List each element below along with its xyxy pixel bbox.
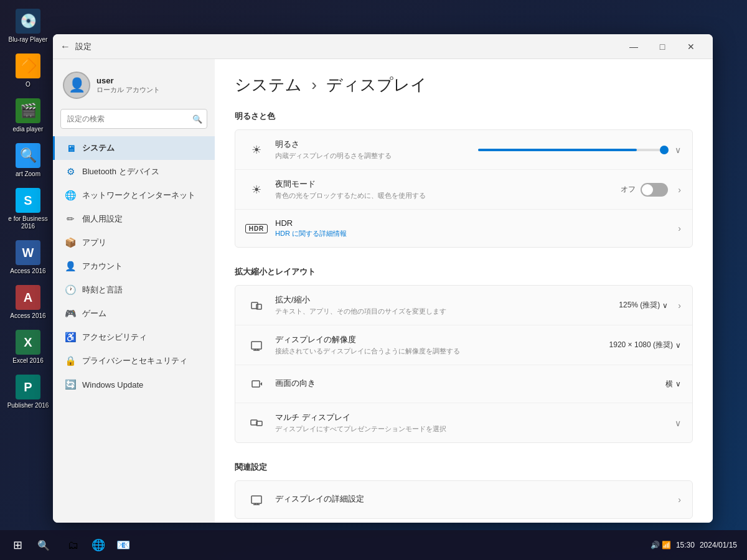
word-label: Access 2016 <box>10 268 45 275</box>
desktop-icon-skype[interactable]: S e for Business 2016 <box>2 184 54 234</box>
hdr-link[interactable]: HDR に関する詳細情報 <box>275 230 347 237</box>
user-avatar[interactable]: 👤 <box>63 72 90 99</box>
nav-item-bluetooth[interactable]: ⚙ Bluetooth とデバイス <box>53 160 215 184</box>
nav-label-apps: アプリ <box>82 237 106 248</box>
nav-item-time[interactable]: 🕐 時刻と言語 <box>53 278 215 302</box>
bluray-label: Blu-ray Player <box>9 36 48 44</box>
search-box: 🔍 <box>60 109 207 129</box>
minimize-button[interactable]: — <box>619 34 648 59</box>
vlc-icon: 🔶 <box>16 54 40 78</box>
hdr-chevron: › <box>678 223 681 233</box>
skype-label: e for Business 2016 <box>5 215 51 230</box>
search-input[interactable] <box>60 109 207 129</box>
media-icon: 🎬 <box>16 98 40 123</box>
orientation-value[interactable]: 横 ∨ <box>665 379 681 390</box>
brightness-subtitle: 内蔵ディスプレイの明るさを調整する <box>275 151 478 161</box>
nav-item-update[interactable]: 🔄 Windows Update <box>53 373 215 396</box>
related-display-chevron: › <box>678 495 681 505</box>
nav-label-privacy: プライバシーとセキュリティ <box>82 355 187 366</box>
desktop-icon-media[interactable]: 🎬 edia player <box>2 95 54 137</box>
user-name: user <box>96 76 160 85</box>
nightmode-row[interactable]: ☀ 夜間モード 青色の光をブロックするために、暖色を使用する オフ › <box>235 170 692 210</box>
orientation-row[interactable]: 画面の向き 横 ∨ <box>235 365 692 403</box>
user-section: 👤 user ローカル アカウント <box>53 67 215 109</box>
brightness-slider-thumb[interactable] <box>660 146 669 154</box>
orientation-dropdown-arrow: ∨ <box>675 380 681 388</box>
desktop-icon-excel[interactable]: X Excel 2016 <box>2 326 54 368</box>
scale-icon <box>247 296 266 315</box>
desktop-icon-publisher[interactable]: P Publisher 2016 <box>2 371 54 413</box>
taskbar-search-button[interactable]: 🔍 <box>32 534 55 556</box>
page-breadcrumb: システム › ディスプレイ <box>235 74 693 96</box>
hdr-control: › <box>673 223 681 233</box>
related-display-control: › <box>673 495 681 505</box>
apps-nav-icon: 📦 <box>65 237 76 248</box>
taskbar-icon-2[interactable]: 🌐 <box>87 534 110 556</box>
nav-item-personalize[interactable]: ✏ 個人用設定 <box>53 207 215 231</box>
desktop-icon-bluray[interactable]: 💿 Blu-ray Player <box>2 5 54 47</box>
network-nav-icon: 🌐 <box>65 190 76 201</box>
nav-item-apps[interactable]: 📦 アプリ <box>53 231 215 254</box>
nav-label-gaming: ゲーム <box>82 308 106 319</box>
section-layout-header: 拡大縮小とレイアウト <box>235 266 693 278</box>
main-content: システム › ディスプレイ 明るさと色 ☀ 明るさ 内蔵ディスプレイの明るさを調… <box>215 59 713 523</box>
maximize-button[interactable]: □ <box>648 34 677 59</box>
gaming-nav-icon: 🎮 <box>65 308 76 319</box>
desktop-icon-access[interactable]: A Access 2016 <box>2 281 54 324</box>
nightmode-subtitle: 青色の光をブロックするために、暖色を使用する <box>275 191 621 200</box>
bluray-icon: 💿 <box>16 9 40 34</box>
scale-content: 拡大/縮小 テキスト、アプリ、その他の項目のサイズを変更します <box>275 294 619 316</box>
hdr-badge: HDR <box>245 224 268 233</box>
close-button[interactable]: ✕ <box>677 34 705 59</box>
access-icon: A <box>16 285 40 310</box>
window-body: 👤 user ローカル アカウント 🔍 🖥 システム <box>53 59 713 523</box>
related-display-row[interactable]: ディスプレイの詳細設定 › <box>235 481 692 518</box>
hdr-row[interactable]: HDR HDR HDR に関する詳細情報 › <box>235 210 692 247</box>
resolution-row[interactable]: ディスプレイの解像度 接続されているディスプレイに合うように解像度を調整する 1… <box>235 325 692 365</box>
nav-item-gaming[interactable]: 🎮 ゲーム <box>53 302 215 325</box>
nav-label-personalize: 個人用設定 <box>82 213 123 225</box>
nightmode-title: 夜間モード <box>275 179 621 190</box>
start-button[interactable]: ⊞ <box>5 533 30 558</box>
back-button[interactable]: ← <box>60 41 70 52</box>
desktop-icon-vlc[interactable]: 🔶 O <box>2 50 54 92</box>
nav-label-network: ネットワークとインターネット <box>82 190 195 201</box>
brightness-slider-track[interactable] <box>478 149 665 151</box>
taskbar-icon-1[interactable]: 🗂 <box>62 534 85 556</box>
zoom-icon: 🔍 <box>16 143 40 168</box>
multi-display-row[interactable]: マルチ ディスプレイ ディスプレイにすべてプレゼンテーションモードを選択 ∨ <box>235 403 692 442</box>
brightness-color-card: ☀ 明るさ 内蔵ディスプレイの明るさを調整する ∨ <box>235 129 693 248</box>
nav-item-network[interactable]: 🌐 ネットワークとインターネット <box>53 184 215 207</box>
brightness-row[interactable]: ☀ 明るさ 内蔵ディスプレイの明るさを調整する ∨ <box>235 130 692 170</box>
window-title: 設定 <box>75 41 92 52</box>
taskbar-icon-3[interactable]: 📧 <box>112 534 134 556</box>
taskbar-date: 2024/01/15 <box>700 541 737 549</box>
desktop-icon-zoom[interactable]: 🔍 art Zoom <box>2 139 54 182</box>
desktop-icon-word[interactable]: W Access 2016 <box>2 236 54 279</box>
nav-item-system[interactable]: 🖥 システム <box>53 136 215 160</box>
nav-item-accessibility[interactable]: ♿ アクセシビリティ <box>53 325 215 349</box>
hdr-badge-icon: HDR <box>247 218 266 238</box>
taskbar-tray: 🔊 📶 15:30 2024/01/15 <box>651 541 742 549</box>
resolution-value[interactable]: 1920 × 1080 (推奨) ∨ <box>609 340 681 350</box>
scale-value[interactable]: 125% (推奨) ∨ <box>619 300 668 310</box>
multi-display-subtitle: ディスプレイにすべてプレゼンテーションモードを選択 <box>275 424 670 434</box>
bluetooth-nav-icon: ⚙ <box>65 166 76 177</box>
svg-rect-2 <box>251 342 261 349</box>
user-type: ローカル アカウント <box>96 85 160 95</box>
nav-item-privacy[interactable]: 🔒 プライバシーとセキュリティ <box>53 349 215 373</box>
hdr-content: HDR HDR に関する詳細情報 <box>275 218 673 238</box>
word-icon: W <box>16 240 40 265</box>
nightmode-toggle[interactable] <box>641 183 668 197</box>
hdr-subtitle: HDR に関する詳細情報 <box>275 229 673 238</box>
nav-item-accounts[interactable]: 👤 アカウント <box>53 254 215 278</box>
nav-label-accounts: アカウント <box>82 261 123 272</box>
media-label: edia player <box>13 126 44 133</box>
taskbar-time: 15:30 <box>676 541 695 549</box>
skype-icon: S <box>16 188 40 213</box>
scale-row[interactable]: 拡大/縮小 テキスト、アプリ、その他の項目のサイズを変更します 125% (推奨… <box>235 286 692 325</box>
taskbar-icons-tray: 🔊 📶 <box>651 541 671 549</box>
brightness-chevron: ∨ <box>675 145 681 155</box>
window-controls: — □ ✕ <box>619 34 705 59</box>
sidebar: 👤 user ローカル アカウント 🔍 🖥 システム <box>53 59 215 523</box>
